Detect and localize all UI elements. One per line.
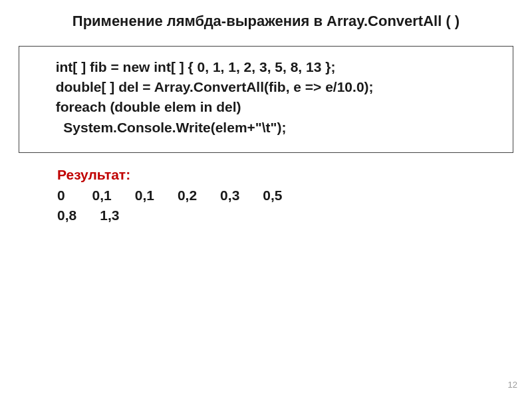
- slide-title: Применение лямбда-выражения в Array.Conv…: [19, 12, 513, 31]
- result-values-line1: 0 0,1 0,1 0,2 0,3 0,5: [57, 186, 513, 205]
- result-label: Результат:: [57, 165, 513, 185]
- code-line-1: int[ ] fib = new int[ ] { 0, 1, 1, 2, 3,…: [25, 59, 335, 74]
- code-line-4: System.Console.Write(elem+"\t");: [25, 120, 287, 135]
- code-line-3: foreach (double elem in del): [25, 99, 241, 114]
- page-number: 12: [508, 380, 517, 390]
- code-box: int[ ] fib = new int[ ] { 0, 1, 1, 2, 3,…: [19, 46, 513, 154]
- result-values-line2: 0,8 1,3: [57, 205, 513, 225]
- result-block: Результат: 0 0,1 0,1 0,2 0,3 0,5 0,8 1,3: [19, 165, 513, 225]
- code-line-2: double[ ] del = Array.ConvertAll(fib, e …: [25, 79, 374, 94]
- slide-container: Применение лямбда-выражения в Array.Conv…: [0, 0, 532, 226]
